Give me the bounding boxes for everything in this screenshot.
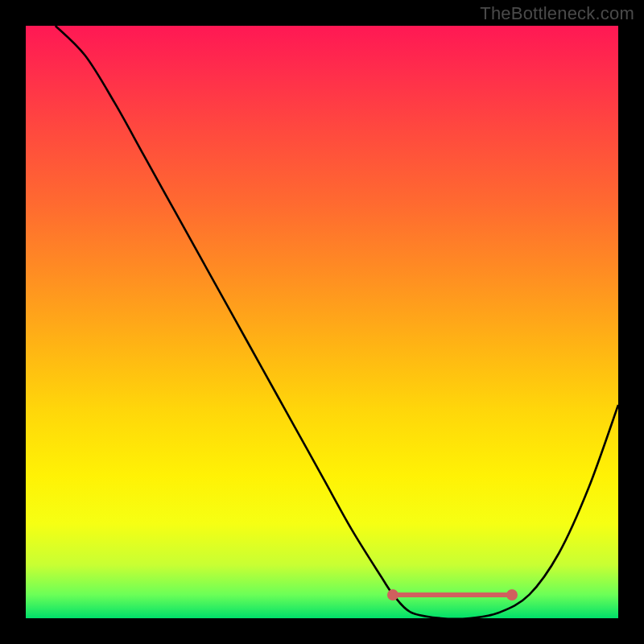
recommended-range-end bbox=[506, 589, 518, 601]
recommended-range-bar bbox=[393, 592, 511, 597]
watermark-text: TheBottleneck.com bbox=[480, 3, 634, 24]
plot-area bbox=[26, 26, 618, 618]
curve-svg bbox=[26, 26, 618, 618]
bottleneck-curve bbox=[56, 26, 618, 618]
chart-frame: TheBottleneck.com bbox=[0, 0, 644, 644]
recommended-range-start bbox=[387, 589, 398, 601]
